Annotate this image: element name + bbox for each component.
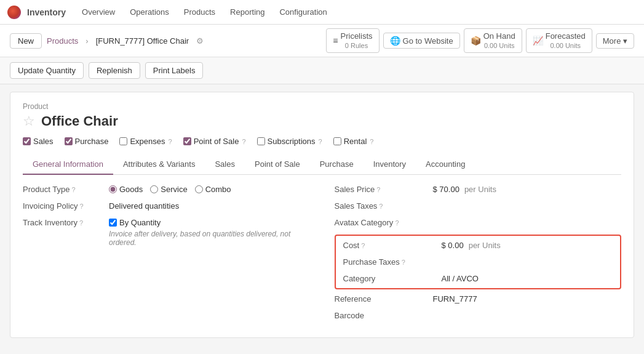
help-subscriptions-icon: ?	[319, 138, 322, 145]
barcode-label: Barcode	[335, 311, 433, 320]
radio-combo[interactable]: Combo	[195, 185, 231, 194]
replenish-button[interactable]: Replenish	[89, 62, 140, 79]
tab-sales[interactable]: Sales	[205, 155, 245, 175]
form-left-column: Product Type ? Goods Service Combo	[23, 185, 310, 328]
tab-inventory[interactable]: Inventory	[364, 155, 416, 175]
pricelists-button[interactable]: ≡ Pricelists 0 Rules	[326, 28, 379, 53]
tab-attributes-variants[interactable]: Attributes & Variants	[113, 155, 205, 175]
checkbox-rental[interactable]: Rental ?	[333, 137, 374, 146]
form-columns: Product Type ? Goods Service Combo	[23, 185, 621, 328]
go-to-website-button[interactable]: 🌐 Go to Website	[383, 33, 460, 49]
forecasted-icon: 📈	[533, 36, 543, 46]
tab-general-information[interactable]: General Information	[23, 155, 113, 175]
title-left: New Products › [FURN_7777] Office Chair …	[10, 33, 204, 49]
cost-highlight-box: Cost ? $ 0.00 per Units Purchase Taxes ?…	[335, 235, 622, 289]
on-hand-button[interactable]: 📦 On Hand 0.00 Units	[464, 28, 522, 53]
sales-price-value: $ 70.00	[433, 185, 459, 194]
sales-taxes-label: Sales Taxes ?	[335, 201, 433, 211]
forecasted-button[interactable]: 📈 Forecasted 0.00 Units	[526, 28, 592, 53]
website-icon: 🌐	[390, 36, 400, 46]
cost-value: $ 0.00	[442, 241, 464, 250]
product-form: Product ☆ Office Chair Sales Purchase Ex…	[10, 92, 634, 338]
settings-icon[interactable]: ⚙	[196, 36, 204, 46]
sales-taxes-row: Sales Taxes ?	[335, 201, 622, 211]
print-labels-button[interactable]: Print Labels	[145, 62, 204, 79]
avatax-category-label: Avatax Category ?	[335, 218, 433, 227]
radio-service[interactable]: Service	[150, 185, 187, 194]
tab-point-of-sale[interactable]: Point of Sale	[245, 155, 310, 175]
checkbox-subscriptions[interactable]: Subscriptions ?	[257, 137, 322, 146]
nav-operations[interactable]: Operations	[124, 4, 175, 20]
product-type-radio-group: Goods Service Combo	[109, 185, 231, 194]
help-sales-taxes-icon: ?	[379, 203, 383, 210]
pricelists-label: Pricelists 0 Rules	[341, 31, 373, 50]
nav-configuration[interactable]: Configuration	[273, 4, 333, 20]
nav-products[interactable]: Products	[178, 4, 221, 20]
reference-value: FURN_7777	[433, 294, 477, 304]
favorite-icon[interactable]: ☆	[23, 113, 35, 129]
category-label: Category	[343, 274, 442, 283]
category-value: All / AVCO	[442, 274, 479, 283]
track-inventory-label: Track Inventory ?	[23, 218, 109, 227]
on-hand-info: On Hand 0.00 Units	[483, 31, 515, 50]
checkbox-point-of-sale[interactable]: Point of Sale ?	[183, 137, 246, 146]
invoicing-policy-row: Invoicing Policy ? Delivered quantities	[23, 201, 310, 211]
sales-price-row: Sales Price ? $ 70.00 per Units	[335, 185, 622, 194]
top-navigation: Inventory Overview Operations Products R…	[0, 0, 644, 25]
product-checkboxes: Sales Purchase Expenses ? Point of Sale …	[23, 137, 621, 146]
title-right: ≡ Pricelists 0 Rules 🌐 Go to Website 📦 O…	[326, 28, 634, 53]
checkbox-purchase[interactable]: Purchase	[65, 137, 109, 146]
update-quantity-button[interactable]: Update Quantity	[10, 62, 84, 79]
radio-goods[interactable]: Goods	[109, 185, 143, 194]
cost-row: Cost ? $ 0.00 per Units	[343, 241, 613, 250]
reference-label: Reference	[335, 294, 433, 304]
product-type-row: Product Type ? Goods Service Combo	[23, 185, 310, 194]
help-rental-icon: ?	[370, 138, 373, 145]
product-name: Office Chair	[41, 113, 118, 129]
more-button[interactable]: More ▾	[596, 33, 634, 49]
product-section-label: Product	[23, 102, 621, 111]
help-sales-price-icon: ?	[376, 186, 380, 193]
sales-price-label: Sales Price ?	[335, 185, 433, 194]
purchase-taxes-label: Purchase Taxes ?	[343, 257, 442, 267]
title-bar: New Products › [FURN_7777] Office Chair …	[0, 25, 644, 57]
help-avatax-icon: ?	[395, 219, 399, 227]
product-type-label: Product Type ?	[23, 185, 109, 194]
invoicing-policy-value: Delivered quantities	[109, 201, 179, 211]
website-label: Go to Website	[403, 36, 453, 46]
track-inventory-row: Track Inventory ? By Quantity	[23, 218, 310, 227]
help-pos-icon: ?	[242, 138, 245, 145]
app-logo	[7, 6, 21, 19]
nav-menu: Overview Operations Products Reporting C…	[76, 4, 333, 20]
sales-price-unit: per Units	[464, 185, 496, 194]
invoicing-note: Invoice after delivery, based on quantit…	[109, 230, 310, 247]
form-right-column: Sales Price ? $ 70.00 per Units Sales Ta…	[335, 185, 622, 328]
purchase-taxes-row: Purchase Taxes ?	[343, 257, 613, 267]
help-track-icon: ?	[79, 219, 83, 227]
tab-purchase[interactable]: Purchase	[310, 155, 364, 175]
nav-overview[interactable]: Overview	[76, 4, 121, 20]
new-button[interactable]: New	[10, 33, 42, 49]
help-invoicing-icon: ?	[80, 203, 84, 210]
help-cost-icon: ?	[361, 242, 365, 249]
breadcrumb-current: [FURN_7777] Office Chair	[96, 36, 189, 46]
avatax-category-row: Avatax Category ?	[335, 218, 622, 227]
checkbox-expenses[interactable]: Expenses ?	[119, 137, 172, 146]
app-name: Inventory	[27, 7, 66, 17]
action-bar: Update Quantity Replenish Print Labels	[0, 57, 644, 84]
tab-accounting[interactable]: Accounting	[416, 155, 475, 175]
help-purchase-taxes-icon: ?	[402, 259, 405, 266]
checkbox-sales[interactable]: Sales	[23, 137, 54, 146]
breadcrumb-products[interactable]: Products	[47, 36, 78, 46]
track-inventory-checkbox[interactable]: By Quantity	[109, 218, 161, 227]
nav-reporting[interactable]: Reporting	[224, 4, 271, 20]
product-title-row: ☆ Office Chair	[23, 113, 621, 129]
pricelists-icon: ≡	[333, 36, 338, 46]
on-hand-icon: 📦	[471, 36, 481, 46]
forecasted-info: Forecasted 0.00 Units	[546, 31, 586, 50]
help-expenses-icon: ?	[169, 138, 172, 145]
barcode-row: Barcode	[335, 311, 622, 320]
help-product-type-icon: ?	[71, 186, 75, 193]
breadcrumb-separator: ›	[85, 36, 88, 46]
cost-unit: per Units	[469, 241, 501, 250]
